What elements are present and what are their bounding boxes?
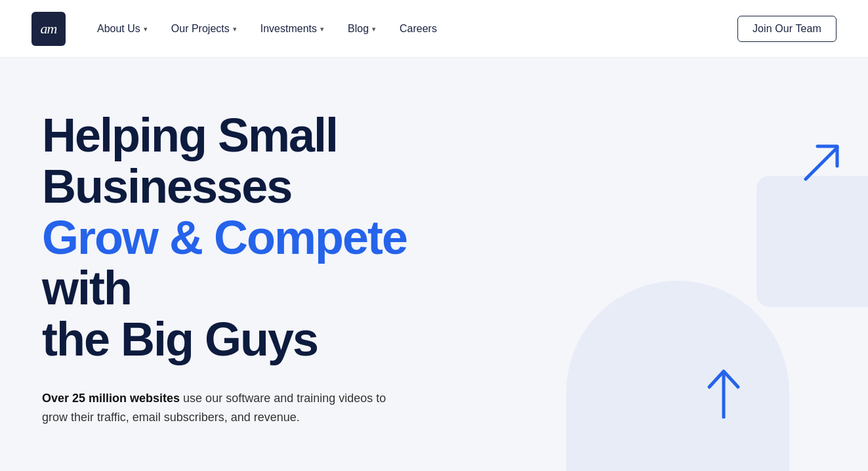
logo-text: am — [41, 20, 57, 37]
nav-label-investments: Investments — [260, 23, 317, 35]
hero-title-line1: Helping Small Businesses — [42, 109, 337, 213]
join-our-team-button[interactable]: Join Our Team — [737, 16, 837, 42]
nav-item-blog[interactable]: Blog ▾ — [348, 23, 376, 35]
nav-item-about-us[interactable]: About Us ▾ — [97, 23, 148, 35]
hero-subtitle: Over 25 million websites use our softwar… — [42, 389, 396, 427]
up-arrow-icon — [697, 359, 750, 425]
svg-line-0 — [806, 148, 837, 179]
decorative-area — [579, 110, 868, 471]
diagonal-arrow-icon — [796, 136, 848, 189]
chevron-down-icon: ▾ — [144, 25, 148, 33]
navbar: am About Us ▾ Our Projects ▾ Investments… — [0, 0, 868, 58]
logo[interactable]: am — [31, 12, 66, 46]
nav-item-careers[interactable]: Careers — [400, 23, 437, 35]
nav-label-about-us: About Us — [97, 23, 140, 35]
deco-rect-shape — [756, 176, 868, 307]
nav-label-blog: Blog — [348, 23, 369, 35]
hero-title-line3: the Big Guys — [42, 313, 318, 365]
nav-label-our-projects: Our Projects — [171, 23, 230, 35]
nav-links: About Us ▾ Our Projects ▾ Investments ▾ … — [97, 23, 737, 35]
nav-item-our-projects[interactable]: Our Projects ▾ — [171, 23, 237, 35]
chevron-down-icon: ▾ — [233, 25, 237, 33]
hero-title: Helping Small Businesses Grow & Compete … — [42, 110, 475, 365]
hero-section: Helping Small Businesses Grow & Compete … — [0, 58, 868, 471]
hero-content: Helping Small Businesses Grow & Compete … — [42, 110, 475, 426]
nav-label-careers: Careers — [400, 23, 437, 35]
hero-title-with: with — [42, 262, 131, 314]
nav-item-investments[interactable]: Investments ▾ — [260, 23, 324, 35]
chevron-down-icon: ▾ — [372, 25, 376, 33]
chevron-down-icon: ▾ — [320, 25, 324, 33]
deco-arc-shape — [566, 281, 789, 471]
hero-title-highlight: Grow & Compete — [42, 211, 407, 264]
hero-subtitle-bold: Over 25 million websites — [42, 392, 180, 405]
